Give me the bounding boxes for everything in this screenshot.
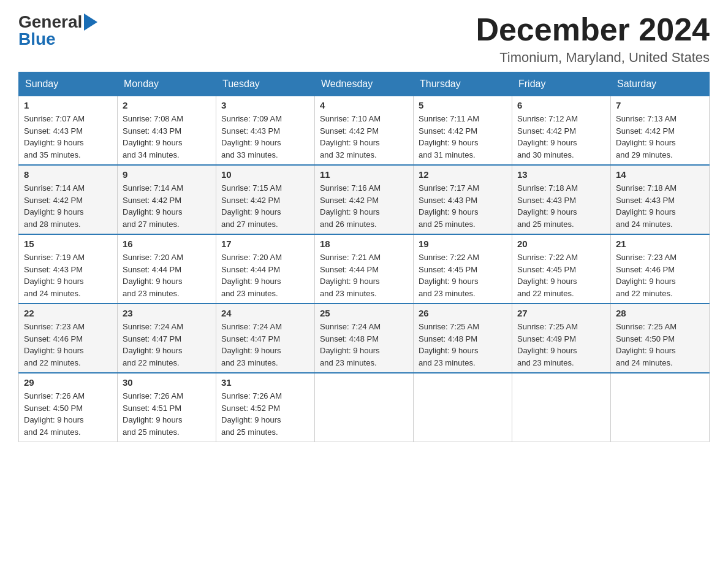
day-number: 23 <box>123 308 211 318</box>
sunset-label: Sunset: 4:42 PM <box>123 196 181 205</box>
day-number: 26 <box>419 308 507 318</box>
sunset-label: Sunset: 4:50 PM <box>24 404 83 413</box>
calendar-cell: 23 Sunrise: 7:24 AM Sunset: 4:47 PM Dayl… <box>118 304 216 373</box>
sunset-label: Sunset: 4:42 PM <box>616 126 675 136</box>
calendar-cell: 31 Sunrise: 7:26 AM Sunset: 4:52 PM Dayl… <box>216 373 315 442</box>
day-info: Sunrise: 7:14 AM Sunset: 4:42 PM Dayligh… <box>123 182 211 230</box>
sunset-label: Sunset: 4:42 PM <box>221 196 280 205</box>
daylight-label: Daylight: 9 hoursand 23 minutes. <box>221 346 281 367</box>
logo-triangle-icon <box>84 13 97 31</box>
calendar-cell: 24 Sunrise: 7:24 AM Sunset: 4:47 PM Dayl… <box>216 304 315 373</box>
calendar-cell <box>512 373 611 442</box>
day-number: 27 <box>517 308 605 318</box>
sunrise-label: Sunrise: 7:25 AM <box>419 322 479 331</box>
sunrise-label: Sunrise: 7:17 AM <box>419 183 479 193</box>
daylight-label: Daylight: 9 hoursand 30 minutes. <box>517 138 577 159</box>
calendar-week-row: 8 Sunrise: 7:14 AM Sunset: 4:42 PM Dayli… <box>19 165 710 234</box>
calendar-cell: 4 Sunrise: 7:10 AM Sunset: 4:42 PM Dayli… <box>315 96 414 166</box>
calendar-cell: 9 Sunrise: 7:14 AM Sunset: 4:42 PM Dayli… <box>118 165 216 234</box>
day-number: 24 <box>221 308 309 318</box>
month-title: December 2024 <box>476 12 710 47</box>
sunrise-label: Sunrise: 7:23 AM <box>616 253 677 262</box>
day-info: Sunrise: 7:11 AM Sunset: 4:42 PM Dayligh… <box>419 113 507 161</box>
daylight-label: Daylight: 9 hoursand 25 minutes. <box>517 207 577 229</box>
daylight-label: Daylight: 9 hoursand 25 minutes. <box>123 415 183 437</box>
sunset-label: Sunset: 4:43 PM <box>24 126 83 136</box>
day-info: Sunrise: 7:20 AM Sunset: 4:44 PM Dayligh… <box>221 251 309 299</box>
sunrise-label: Sunrise: 7:14 AM <box>24 183 85 193</box>
sunset-label: Sunset: 4:43 PM <box>419 196 477 205</box>
sunrise-label: Sunrise: 7:19 AM <box>24 253 85 262</box>
daylight-label: Daylight: 9 hoursand 23 minutes. <box>419 346 479 367</box>
daylight-label: Daylight: 9 hoursand 35 minutes. <box>24 138 84 159</box>
daylight-label: Daylight: 9 hoursand 27 minutes. <box>221 207 281 229</box>
day-info: Sunrise: 7:13 AM Sunset: 4:42 PM Dayligh… <box>616 113 704 161</box>
day-info: Sunrise: 7:24 AM Sunset: 4:47 PM Dayligh… <box>221 321 309 369</box>
logo: General Blue <box>18 12 97 49</box>
sunrise-label: Sunrise: 7:18 AM <box>517 183 578 193</box>
day-info: Sunrise: 7:18 AM Sunset: 4:43 PM Dayligh… <box>517 182 605 230</box>
col-header-saturday: Saturday <box>611 72 710 96</box>
calendar-header-row: SundayMondayTuesdayWednesdayThursdayFrid… <box>19 72 710 96</box>
daylight-label: Daylight: 9 hoursand 34 minutes. <box>123 138 183 159</box>
sunset-label: Sunset: 4:46 PM <box>616 265 675 274</box>
calendar-cell: 13 Sunrise: 7:18 AM Sunset: 4:43 PM Dayl… <box>512 165 611 234</box>
sunrise-label: Sunrise: 7:12 AM <box>517 114 578 123</box>
calendar-cell: 10 Sunrise: 7:15 AM Sunset: 4:42 PM Dayl… <box>216 165 315 234</box>
sunset-label: Sunset: 4:44 PM <box>123 265 181 274</box>
day-number: 31 <box>221 377 309 388</box>
calendar-week-row: 29 Sunrise: 7:26 AM Sunset: 4:50 PM Dayl… <box>19 373 710 442</box>
day-info: Sunrise: 7:20 AM Sunset: 4:44 PM Dayligh… <box>123 251 211 299</box>
daylight-label: Daylight: 9 hoursand 22 minutes. <box>616 277 676 298</box>
calendar-cell: 16 Sunrise: 7:20 AM Sunset: 4:44 PM Dayl… <box>118 234 216 304</box>
sunset-label: Sunset: 4:43 PM <box>517 196 576 205</box>
day-number: 5 <box>419 100 507 110</box>
day-number: 8 <box>24 169 112 180</box>
day-info: Sunrise: 7:25 AM Sunset: 4:50 PM Dayligh… <box>616 321 704 369</box>
daylight-label: Daylight: 9 hoursand 26 minutes. <box>320 207 380 229</box>
sunrise-label: Sunrise: 7:16 AM <box>320 183 381 193</box>
day-info: Sunrise: 7:23 AM Sunset: 4:46 PM Dayligh… <box>616 251 704 299</box>
sunset-label: Sunset: 4:43 PM <box>123 126 181 136</box>
daylight-label: Daylight: 9 hoursand 29 minutes. <box>616 138 676 159</box>
sunset-label: Sunset: 4:43 PM <box>24 265 83 274</box>
calendar-cell: 21 Sunrise: 7:23 AM Sunset: 4:46 PM Dayl… <box>611 234 710 304</box>
day-number: 6 <box>517 100 605 110</box>
daylight-label: Daylight: 9 hoursand 25 minutes. <box>221 415 281 437</box>
calendar-cell: 25 Sunrise: 7:24 AM Sunset: 4:48 PM Dayl… <box>315 304 414 373</box>
sunrise-label: Sunrise: 7:15 AM <box>221 183 282 193</box>
calendar-cell: 1 Sunrise: 7:07 AM Sunset: 4:43 PM Dayli… <box>19 96 118 166</box>
day-info: Sunrise: 7:15 AM Sunset: 4:42 PM Dayligh… <box>221 182 309 230</box>
sunrise-label: Sunrise: 7:26 AM <box>221 391 282 400</box>
sunrise-label: Sunrise: 7:23 AM <box>24 322 85 331</box>
sunrise-label: Sunrise: 7:26 AM <box>24 391 85 400</box>
day-info: Sunrise: 7:25 AM Sunset: 4:49 PM Dayligh… <box>517 321 605 369</box>
daylight-label: Daylight: 9 hoursand 27 minutes. <box>123 207 183 229</box>
calendar-cell: 6 Sunrise: 7:12 AM Sunset: 4:42 PM Dayli… <box>512 96 611 166</box>
sunset-label: Sunset: 4:42 PM <box>320 126 379 136</box>
daylight-label: Daylight: 9 hoursand 22 minutes. <box>123 346 183 367</box>
daylight-label: Daylight: 9 hoursand 24 minutes. <box>616 207 676 229</box>
sunrise-label: Sunrise: 7:22 AM <box>419 253 479 262</box>
daylight-label: Daylight: 9 hoursand 23 minutes. <box>320 277 380 298</box>
logo-blue-text: Blue <box>18 29 56 49</box>
day-info: Sunrise: 7:25 AM Sunset: 4:48 PM Dayligh… <box>419 321 507 369</box>
calendar-cell: 5 Sunrise: 7:11 AM Sunset: 4:42 PM Dayli… <box>414 96 512 166</box>
calendar-cell: 7 Sunrise: 7:13 AM Sunset: 4:42 PM Dayli… <box>611 96 710 166</box>
daylight-label: Daylight: 9 hoursand 22 minutes. <box>517 277 577 298</box>
sunset-label: Sunset: 4:47 PM <box>123 334 181 343</box>
sunrise-label: Sunrise: 7:08 AM <box>123 114 183 123</box>
sunset-label: Sunset: 4:44 PM <box>320 265 379 274</box>
day-number: 22 <box>24 308 112 318</box>
day-number: 13 <box>517 169 605 180</box>
col-header-tuesday: Tuesday <box>216 72 315 96</box>
day-info: Sunrise: 7:16 AM Sunset: 4:42 PM Dayligh… <box>320 182 408 230</box>
sunrise-label: Sunrise: 7:11 AM <box>419 114 479 123</box>
title-block: December 2024 Timonium, Maryland, United… <box>476 12 710 66</box>
calendar-cell: 18 Sunrise: 7:21 AM Sunset: 4:44 PM Dayl… <box>315 234 414 304</box>
day-info: Sunrise: 7:26 AM Sunset: 4:51 PM Dayligh… <box>123 390 211 438</box>
calendar-week-row: 22 Sunrise: 7:23 AM Sunset: 4:46 PM Dayl… <box>19 304 710 373</box>
daylight-label: Daylight: 9 hoursand 31 minutes. <box>419 138 479 159</box>
sunset-label: Sunset: 4:49 PM <box>517 334 576 343</box>
calendar-cell: 26 Sunrise: 7:25 AM Sunset: 4:48 PM Dayl… <box>414 304 512 373</box>
